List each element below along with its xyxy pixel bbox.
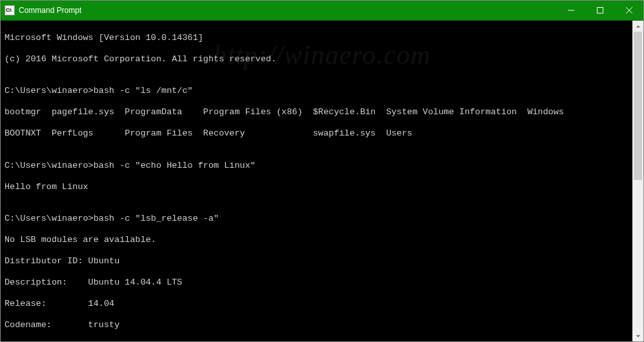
output-line: Microsoft Windows [Version 10.0.14361] [5, 33, 629, 44]
output-line: (c) 2016 Microsoft Corporation. All righ… [5, 54, 629, 65]
output-line: BOOTNXT PerfLogs Program Files Recovery … [5, 128, 629, 139]
output-line: bootmgr pagefile.sys ProgramData Program… [5, 107, 629, 118]
output-line: Release: 14.04 [5, 299, 629, 310]
close-button[interactable] [614, 1, 643, 20]
minimize-button[interactable] [556, 1, 585, 20]
maximize-icon [597, 7, 603, 14]
output-line: C:\Users\winaero>bash -c "ls /mnt/c" [5, 86, 629, 97]
minimize-icon [568, 7, 574, 14]
output-line: Hello from Linux [5, 182, 629, 193]
terminal-output[interactable]: Microsoft Windows [Version 10.0.14361] (… [1, 21, 632, 341]
chevron-up-icon [636, 24, 641, 29]
output-line: No LSB modules are available. [5, 235, 629, 246]
vertical-scrollbar[interactable] [632, 21, 643, 341]
scroll-down-button[interactable] [632, 330, 643, 341]
maximize-button[interactable] [585, 1, 614, 20]
scrollbar-thumb[interactable] [634, 32, 642, 180]
client-area: Microsoft Windows [Version 10.0.14361] (… [1, 20, 643, 341]
titlebar[interactable]: C:\ Command Prompt [1, 1, 643, 20]
svg-rect-1 [597, 8, 603, 14]
window-title: Command Prompt [19, 6, 81, 15]
close-icon [626, 7, 632, 14]
output-line: C:\Users\winaero>bash -c "lsb_release -a… [5, 214, 629, 225]
scrollbar-track[interactable] [632, 32, 643, 330]
chevron-down-icon [636, 334, 641, 339]
cmd-icon: C:\ [5, 5, 15, 15]
scroll-up-button[interactable] [632, 21, 643, 32]
output-line: Distributor ID: Ubuntu [5, 256, 629, 267]
output-line: Description: Ubuntu 14.04.4 LTS [5, 277, 629, 288]
output-line: C:\Users\winaero>bash -c "echo Hello fro… [5, 161, 629, 172]
output-line: Codename: trusty [5, 320, 629, 331]
